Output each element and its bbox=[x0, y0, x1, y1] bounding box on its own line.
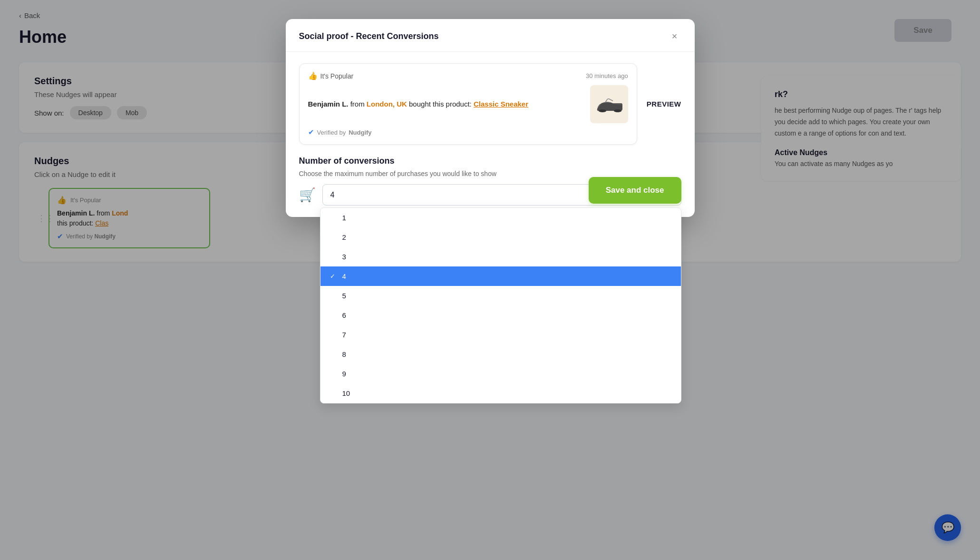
close-icon: × bbox=[672, 31, 678, 42]
modal-header: Social proof - Recent Conversions × bbox=[286, 19, 695, 52]
dropdown-option-5[interactable]: 5 bbox=[320, 286, 681, 305]
verified-check-icon-preview: ✔ bbox=[308, 128, 314, 137]
option-5-label: 5 bbox=[342, 292, 346, 300]
preview-card-body: Benjamin L. from London, UK bought this … bbox=[308, 85, 628, 123]
option-9-label: 9 bbox=[342, 370, 346, 378]
preview-location: London, UK bbox=[367, 100, 407, 108]
preview-card-header: 👍 It's Popular 30 minutes ago bbox=[308, 71, 628, 80]
conversions-description: Choose the maximum number of purchases y… bbox=[299, 170, 681, 177]
dropdown-option-3[interactable]: 3 bbox=[320, 247, 681, 266]
verified-brand: Nudgify bbox=[349, 129, 371, 136]
preview-product: Classic Sneaker bbox=[474, 100, 528, 108]
dropdown-option-6[interactable]: 6 bbox=[320, 305, 681, 325]
svg-point-0 bbox=[614, 109, 621, 112]
time-ago-label: 30 minutes ago bbox=[586, 72, 628, 79]
modal-overlay: Social proof - Recent Conversions × 👍 It… bbox=[0, 0, 980, 560]
option-10-label: 10 bbox=[342, 389, 350, 397]
modal-title: Social proof - Recent Conversions bbox=[299, 31, 439, 41]
checkmark-4: ✓ bbox=[330, 273, 338, 280]
preview-from: from bbox=[350, 100, 367, 108]
modal-dialog: Social proof - Recent Conversions × 👍 It… bbox=[286, 19, 695, 217]
option-1-label: 1 bbox=[342, 214, 346, 222]
cart-icon: 🛒 bbox=[299, 187, 316, 203]
dropdown-option-10[interactable]: 10 bbox=[320, 383, 681, 403]
option-4-label: 4 bbox=[342, 272, 346, 280]
modal-body: 👍 It's Popular 30 minutes ago Benjamin L… bbox=[286, 52, 695, 217]
preview-section: 👍 It's Popular 30 minutes ago Benjamin L… bbox=[299, 63, 681, 145]
thumbs-up-icon-preview: 👍 bbox=[308, 71, 318, 80]
verified-row: ✔ Verified by Nudgify bbox=[308, 128, 628, 137]
preview-person: Benjamin L. bbox=[308, 100, 349, 108]
option-3-label: 3 bbox=[342, 253, 346, 261]
close-button[interactable]: × bbox=[668, 29, 681, 43]
option-6-label: 6 bbox=[342, 311, 346, 319]
dropdown-option-9[interactable]: 9 bbox=[320, 364, 681, 383]
preview-card: 👍 It's Popular 30 minutes ago Benjamin L… bbox=[299, 63, 637, 145]
dropdown-option-2[interactable]: 2 bbox=[320, 227, 681, 247]
select-value: 4 bbox=[330, 191, 335, 199]
verified-text: Verified by bbox=[317, 129, 346, 136]
dropdown-option-8[interactable]: 8 bbox=[320, 344, 681, 364]
dropdown-option-4[interactable]: ✓ 4 bbox=[320, 266, 681, 286]
preview-label-text: PREVIEW bbox=[647, 100, 681, 108]
popular-badge: 👍 It's Popular bbox=[308, 71, 354, 80]
preview-popular-label: It's Popular bbox=[320, 72, 354, 80]
product-image bbox=[590, 85, 628, 123]
svg-point-1 bbox=[599, 109, 606, 112]
option-8-label: 8 bbox=[342, 350, 346, 358]
conversions-title: Number of conversions bbox=[299, 156, 681, 166]
option-2-label: 2 bbox=[342, 233, 346, 241]
option-7-label: 7 bbox=[342, 331, 346, 339]
dropdown-menu: 1 2 3 ✓ 4 bbox=[320, 207, 681, 403]
save-close-button[interactable]: Save and close bbox=[589, 177, 681, 204]
preview-text: Benjamin L. from London, UK bought this … bbox=[308, 98, 582, 110]
dropdown-option-1[interactable]: 1 bbox=[320, 208, 681, 227]
preview-bought: bought this product: bbox=[409, 100, 474, 108]
dropdown-option-7[interactable]: 7 bbox=[320, 325, 681, 344]
